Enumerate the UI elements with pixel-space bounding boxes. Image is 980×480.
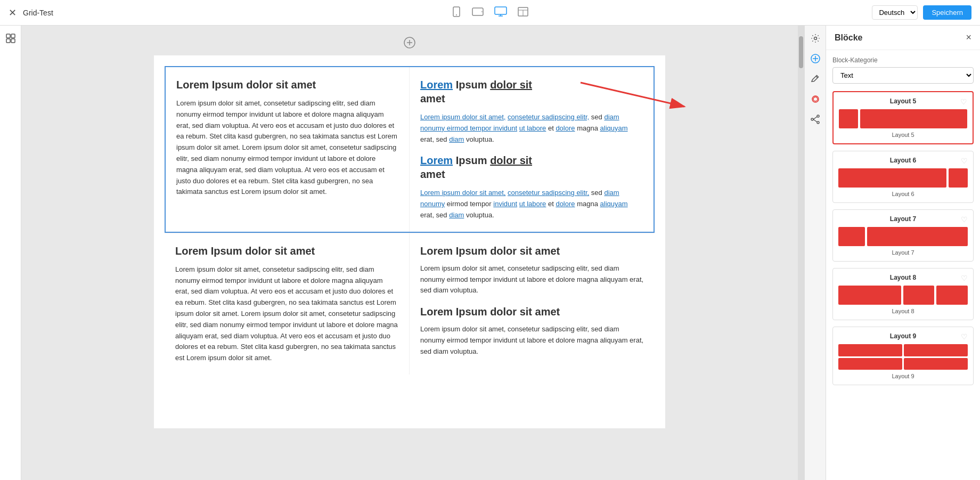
layout9-block2 [904,344,968,356]
grid-view-button[interactable] [514,5,532,21]
layout7-preview [838,227,968,246]
sidebar-icon-layout[interactable] [2,30,19,47]
scrollbar[interactable] [798,26,804,480]
device-switcher [448,4,532,21]
layout9-title: Layout 9 [838,332,968,340]
layout7-block1 [838,227,865,246]
add-block-top-button[interactable] [403,36,416,49]
section1-right-heading1: Lorem Ipsum dolor sitamet [420,78,643,105]
page-content: Lorem Ipsum dolor sit amet Lorem ipsum d… [154,55,665,428]
section2-left-cell: Lorem Ipsum dolor sit amet Lorem ipsum d… [165,233,410,375]
section2-right-body2: Lorem ipsum dolor sit amet, consetetur s… [420,324,644,357]
blocks-panel-header: Blöcke × [826,26,980,50]
layout8-title: Layout 8 [838,274,968,281]
svg-rect-13 [11,39,15,43]
section2-left-heading: Lorem Ipsum dolor sit amet [175,244,398,258]
canvas-area[interactable]: Lorem Ipsum dolor sit amet Lorem ipsum d… [21,26,798,480]
section2-right-heading1: Lorem Ipsum dolor sit amet [420,244,644,258]
layout6-block1 [838,168,946,188]
layout9-block3 [838,358,902,370]
blocks-panel: Blöcke × Block-Kategorie Text Image Medi… [826,26,980,480]
content-section-1[interactable]: Lorem Ipsum dolor sit amet Lorem ipsum d… [165,66,655,233]
layout9-block1 [838,344,902,356]
kategorie-label: Block-Kategorie [832,56,974,64]
blocks-panel-body: Block-Kategorie Text Image Media Layout … [826,50,980,480]
page-title: Grid-Test [23,9,53,17]
kategorie-select[interactable]: Text Image Media [832,67,974,84]
section2-right-heading2: Lorem Ipsum dolor sit amet [420,305,644,319]
layout7-title: Layout 7 [838,215,968,223]
desktop-device-button[interactable] [491,4,510,21]
layout8-block2 [903,286,935,305]
layout8-block1 [838,286,901,305]
layout5-card[interactable]: Layout 5 Layout 5 ♡ [832,91,974,144]
layout5-block1 [839,109,858,128]
layout5-title: Layout 5 [839,97,967,105]
layout9-card[interactable]: Layout 9 Layout 9 ♡ [832,327,974,385]
layout8-preview [838,286,968,305]
add-block-icon-button[interactable] [807,50,824,67]
share-icon-button[interactable] [807,111,824,128]
layout5-preview [839,109,967,128]
layers-icon-button[interactable] [807,91,824,108]
layout6-block2 [949,168,968,188]
svg-line-25 [813,117,817,119]
section2-left-body: Lorem ipsum dolor sit amet, consetetur s… [175,264,398,364]
layout5-favorite-icon[interactable]: ♡ [960,97,967,106]
content-section-2: Lorem Ipsum dolor sit amet Lorem ipsum d… [165,233,655,375]
layout7-block2 [867,227,968,246]
svg-point-1 [456,14,457,15]
section1-right-body1: Lorem ipsum dolor sit amet, consetetur s… [420,112,643,145]
scrollbar-thumb[interactable] [799,36,803,68]
blocks-panel-close-button[interactable]: × [966,32,971,43]
layout9-favorite-icon[interactable]: ♡ [961,332,968,341]
close-button[interactable]: ✕ [9,7,17,19]
layout7-card[interactable]: Layout 7 Layout 7 ♡ [832,209,974,262]
svg-rect-12 [6,39,10,43]
icon-sidebar [804,26,826,480]
layout6-label: Layout 6 [838,191,968,197]
svg-point-23 [817,121,819,124]
topbar: ✕ Grid-Test Deutsch English Speichern [0,0,980,26]
layout8-card[interactable]: Layout 8 Layout 8 ♡ [832,268,974,320]
save-button[interactable]: Speichern [923,5,971,20]
svg-line-26 [813,119,817,122]
section1-left-heading: Lorem Ipsum dolor sit amet [176,78,398,92]
language-select[interactable]: Deutsch English [872,5,918,20]
section1-right-body2: Lorem ipsum dolor sit amet, consetetur s… [420,188,643,221]
section1-right-cell: Lorem Ipsum dolor sitamet Lorem ipsum do… [410,67,654,232]
svg-point-24 [811,118,813,120]
section1-left-cell: Lorem Ipsum dolor sit amet Lorem ipsum d… [166,67,410,232]
layout9-block4 [904,358,968,370]
layout8-block3 [936,286,968,305]
topbar-right: Deutsch English Speichern [872,5,971,20]
layout6-title: Layout 6 [838,157,968,164]
layout6-preview [838,168,968,188]
section1-left-body: Lorem ipsum dolor sit amet, consetetur s… [176,98,398,198]
layout8-label: Layout 8 [838,308,968,314]
layout8-favorite-icon[interactable]: ♡ [961,274,968,282]
layout6-favorite-icon[interactable]: ♡ [961,157,968,165]
section1-right-heading1-link[interactable]: Lorem [420,79,453,91]
svg-rect-11 [11,34,15,38]
layout7-label: Layout 7 [838,249,968,256]
layout5-label: Layout 5 [839,132,967,138]
blocks-panel-title: Blöcke [835,33,862,43]
edit-icon-button[interactable] [807,70,824,87]
settings-icon-button[interactable] [807,30,824,47]
layout5-block2 [860,109,967,128]
section2-right-body1: Lorem ipsum dolor sit amet, consetetur s… [420,263,644,296]
svg-rect-10 [6,34,10,38]
section2-right-cell: Lorem Ipsum dolor sit amet Lorem ipsum d… [410,233,655,375]
layout7-favorite-icon[interactable]: ♡ [961,215,968,224]
left-sidebar [0,26,21,480]
layout9-label: Layout 9 [838,373,968,379]
main-area: Lorem Ipsum dolor sit amet Lorem ipsum d… [0,26,980,480]
section1-right-heading2: Lorem Ipsum dolor sitamet [420,153,643,181]
tablet-device-button[interactable] [469,5,487,21]
mobile-device-button[interactable] [448,4,464,21]
layout9-preview [838,344,968,370]
svg-point-17 [814,37,816,40]
svg-point-22 [817,115,819,117]
layout6-card[interactable]: Layout 6 Layout 6 ♡ [832,151,974,203]
